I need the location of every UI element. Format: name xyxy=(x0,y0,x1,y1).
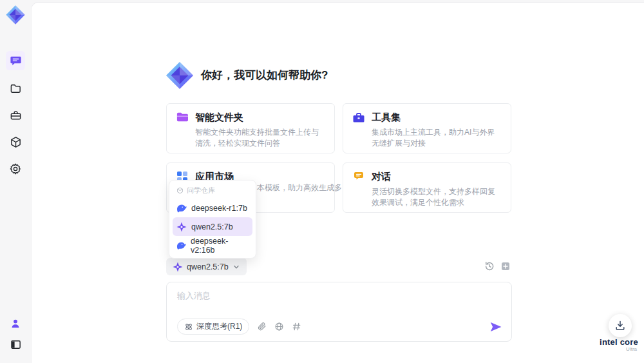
qwen-icon xyxy=(173,262,183,272)
deep-think-toggle[interactable]: 深度思考(R1) xyxy=(177,319,249,335)
model-option-label: qwen2.5:7b xyxy=(191,222,233,231)
intel-brand-text: intel core xyxy=(596,337,642,347)
model-option-deepseek-r1[interactable]: deepseek-r1:7b xyxy=(173,199,252,217)
card-description: 灵活切换多模型文件，支持多样回复效果调试，满足个性化需求 xyxy=(372,186,502,208)
download-button[interactable] xyxy=(609,314,632,337)
send-button[interactable] xyxy=(489,320,502,333)
sidebar xyxy=(0,0,31,363)
card-description: 智能文件夹功能支持批量文件上传与清洗，轻松实现文件问答 xyxy=(195,127,325,149)
download-icon xyxy=(614,320,626,331)
gear-icon xyxy=(9,162,22,175)
repository-icon xyxy=(176,187,184,194)
chat-bubble-icon xyxy=(10,55,22,67)
new-chat-icon[interactable] xyxy=(500,261,511,274)
folder-icon xyxy=(10,83,22,95)
sidebar-item-settings[interactable] xyxy=(0,158,31,180)
chevron-down-icon xyxy=(232,263,240,271)
model-selector-button[interactable]: qwen2.5:7b xyxy=(166,258,247,275)
sidebar-item-chat[interactable] xyxy=(0,50,31,72)
card-title: 工具集 xyxy=(372,112,401,124)
card-description-fragment: 本模板，助力高效生成多 xyxy=(257,182,342,193)
card-description: 集成市场上主流工具，助力AI与外界无缝扩展与对接 xyxy=(372,127,502,149)
sidebar-item-collapse[interactable] xyxy=(0,333,31,355)
card-dialog[interactable]: 对话 灵活切换多模型文件，支持多样回复效果调试，满足个性化需求 xyxy=(343,162,511,213)
app-window: 你好，我可以如何帮助你? 智能文件夹 智能文件夹功能支持批量文件上传与清洗，轻松… xyxy=(0,0,644,363)
app-logo-icon[interactable] xyxy=(0,4,31,26)
briefcase-icon xyxy=(10,110,22,122)
card-toolset[interactable]: 工具集 集成市场上主流工具，助力AI与外界无缝扩展与对接 xyxy=(343,103,511,153)
sidebar-item-toolbox[interactable] xyxy=(0,104,31,126)
deepseek-icon xyxy=(176,203,187,213)
cube-icon xyxy=(10,136,22,148)
deepseek-icon xyxy=(176,240,186,251)
model-group-header: 问学仓库 xyxy=(173,184,252,199)
panel-icon xyxy=(10,338,22,351)
sidebar-item-models[interactable] xyxy=(0,131,31,153)
user-icon xyxy=(10,318,21,329)
intel-core-badge: intel core Ultra xyxy=(596,337,642,352)
history-icon[interactable] xyxy=(484,261,495,274)
sidebar-item-files[interactable] xyxy=(0,77,31,99)
intel-variant-text: Ultra xyxy=(596,346,637,352)
message-input[interactable]: 输入消息 深度思考(R1) xyxy=(166,282,512,342)
atom-icon xyxy=(184,322,193,331)
qwen-icon xyxy=(176,222,187,232)
card-title: 智能文件夹 xyxy=(195,112,243,124)
greeting-text: 你好，我可以如何帮助你? xyxy=(201,68,328,83)
sidebar-item-account[interactable] xyxy=(0,313,31,335)
model-option-label: deepseek-r1:7b xyxy=(191,204,247,213)
greeting-logo-icon xyxy=(165,61,194,90)
model-option-label: deepseek-v2:16b xyxy=(191,237,249,255)
card-title: 对话 xyxy=(372,171,391,183)
model-option-qwen[interactable]: qwen2.5:7b xyxy=(173,217,252,236)
smart-folder-icon xyxy=(176,111,189,124)
toolset-icon xyxy=(352,111,365,124)
model-selector-label: qwen2.5:7b xyxy=(187,262,229,271)
model-dropdown: 问学仓库 deepseek-r1:7b qwen2.5:7b deepseek-… xyxy=(169,180,256,259)
dialog-icon xyxy=(352,170,365,183)
web-search-icon[interactable] xyxy=(274,322,284,331)
card-smart-folder[interactable]: 智能文件夹 智能文件夹功能支持批量文件上传与清洗，轻松实现文件问答 xyxy=(166,103,335,153)
knowledge-tag-icon[interactable] xyxy=(292,322,301,331)
model-group-label: 问学仓库 xyxy=(187,186,215,195)
model-option-deepseek-v2[interactable]: deepseek-v2:16b xyxy=(173,236,252,255)
deep-think-label: 深度思考(R1) xyxy=(196,321,242,332)
attachment-icon[interactable] xyxy=(257,322,267,331)
message-placeholder: 输入消息 xyxy=(177,290,211,302)
